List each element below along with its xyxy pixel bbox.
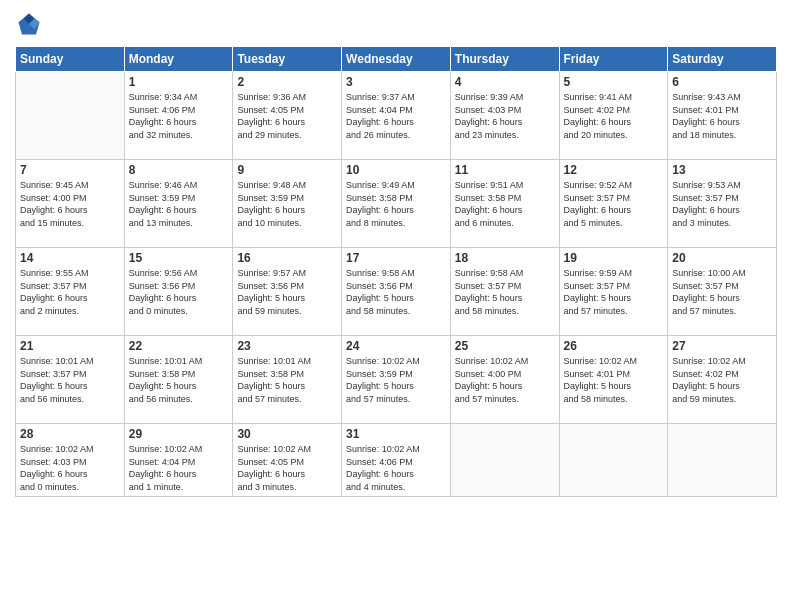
week-row-5: 28Sunrise: 10:02 AM Sunset: 4:03 PM Dayl… <box>16 424 777 497</box>
day-number: 14 <box>20 251 120 265</box>
day-info: Sunrise: 10:02 AM Sunset: 4:01 PM Daylig… <box>564 355 664 405</box>
calendar-cell: 14Sunrise: 9:55 AM Sunset: 3:57 PM Dayli… <box>16 248 125 336</box>
day-number: 19 <box>564 251 664 265</box>
day-number: 2 <box>237 75 337 89</box>
day-number: 30 <box>237 427 337 441</box>
calendar-cell: 24Sunrise: 10:02 AM Sunset: 3:59 PM Dayl… <box>342 336 451 424</box>
day-info: Sunrise: 9:57 AM Sunset: 3:56 PM Dayligh… <box>237 267 337 317</box>
day-info: Sunrise: 9:41 AM Sunset: 4:02 PM Dayligh… <box>564 91 664 141</box>
day-number: 7 <box>20 163 120 177</box>
day-info: Sunrise: 9:36 AM Sunset: 4:05 PM Dayligh… <box>237 91 337 141</box>
day-info: Sunrise: 9:52 AM Sunset: 3:57 PM Dayligh… <box>564 179 664 229</box>
weekday-header-row: SundayMondayTuesdayWednesdayThursdayFrid… <box>16 47 777 72</box>
day-info: Sunrise: 9:49 AM Sunset: 3:58 PM Dayligh… <box>346 179 446 229</box>
calendar-cell: 6Sunrise: 9:43 AM Sunset: 4:01 PM Daylig… <box>668 72 777 160</box>
day-info: Sunrise: 10:01 AM Sunset: 3:58 PM Daylig… <box>129 355 229 405</box>
day-info: Sunrise: 9:48 AM Sunset: 3:59 PM Dayligh… <box>237 179 337 229</box>
calendar-cell: 16Sunrise: 9:57 AM Sunset: 3:56 PM Dayli… <box>233 248 342 336</box>
day-info: Sunrise: 10:02 AM Sunset: 3:59 PM Daylig… <box>346 355 446 405</box>
day-number: 27 <box>672 339 772 353</box>
calendar-cell: 19Sunrise: 9:59 AM Sunset: 3:57 PM Dayli… <box>559 248 668 336</box>
day-info: Sunrise: 9:53 AM Sunset: 3:57 PM Dayligh… <box>672 179 772 229</box>
calendar-cell: 1Sunrise: 9:34 AM Sunset: 4:06 PM Daylig… <box>124 72 233 160</box>
day-info: Sunrise: 9:55 AM Sunset: 3:57 PM Dayligh… <box>20 267 120 317</box>
calendar-cell <box>668 424 777 497</box>
day-number: 31 <box>346 427 446 441</box>
logo-icon <box>15 10 43 38</box>
calendar-cell: 26Sunrise: 10:02 AM Sunset: 4:01 PM Dayl… <box>559 336 668 424</box>
page-container: SundayMondayTuesdayWednesdayThursdayFrid… <box>0 0 792 612</box>
calendar-cell: 17Sunrise: 9:58 AM Sunset: 3:56 PM Dayli… <box>342 248 451 336</box>
week-row-2: 7Sunrise: 9:45 AM Sunset: 4:00 PM Daylig… <box>16 160 777 248</box>
day-number: 5 <box>564 75 664 89</box>
calendar-cell: 20Sunrise: 10:00 AM Sunset: 3:57 PM Dayl… <box>668 248 777 336</box>
day-number: 23 <box>237 339 337 353</box>
calendar-cell: 8Sunrise: 9:46 AM Sunset: 3:59 PM Daylig… <box>124 160 233 248</box>
day-info: Sunrise: 9:34 AM Sunset: 4:06 PM Dayligh… <box>129 91 229 141</box>
calendar-cell <box>450 424 559 497</box>
calendar-cell: 29Sunrise: 10:02 AM Sunset: 4:04 PM Dayl… <box>124 424 233 497</box>
calendar-cell: 21Sunrise: 10:01 AM Sunset: 3:57 PM Dayl… <box>16 336 125 424</box>
calendar-cell: 30Sunrise: 10:02 AM Sunset: 4:05 PM Dayl… <box>233 424 342 497</box>
day-info: Sunrise: 10:02 AM Sunset: 4:04 PM Daylig… <box>129 443 229 493</box>
day-info: Sunrise: 9:59 AM Sunset: 3:57 PM Dayligh… <box>564 267 664 317</box>
weekday-header-thursday: Thursday <box>450 47 559 72</box>
day-number: 28 <box>20 427 120 441</box>
day-number: 18 <box>455 251 555 265</box>
day-number: 13 <box>672 163 772 177</box>
day-number: 29 <box>129 427 229 441</box>
calendar-cell: 27Sunrise: 10:02 AM Sunset: 4:02 PM Dayl… <box>668 336 777 424</box>
calendar-cell: 25Sunrise: 10:02 AM Sunset: 4:00 PM Dayl… <box>450 336 559 424</box>
day-number: 16 <box>237 251 337 265</box>
calendar-table: SundayMondayTuesdayWednesdayThursdayFrid… <box>15 46 777 497</box>
calendar-cell: 15Sunrise: 9:56 AM Sunset: 3:56 PM Dayli… <box>124 248 233 336</box>
calendar-cell: 4Sunrise: 9:39 AM Sunset: 4:03 PM Daylig… <box>450 72 559 160</box>
weekday-header-wednesday: Wednesday <box>342 47 451 72</box>
day-info: Sunrise: 10:02 AM Sunset: 4:03 PM Daylig… <box>20 443 120 493</box>
day-info: Sunrise: 9:39 AM Sunset: 4:03 PM Dayligh… <box>455 91 555 141</box>
calendar-cell: 28Sunrise: 10:02 AM Sunset: 4:03 PM Dayl… <box>16 424 125 497</box>
day-info: Sunrise: 9:37 AM Sunset: 4:04 PM Dayligh… <box>346 91 446 141</box>
calendar-cell: 3Sunrise: 9:37 AM Sunset: 4:04 PM Daylig… <box>342 72 451 160</box>
day-number: 25 <box>455 339 555 353</box>
week-row-3: 14Sunrise: 9:55 AM Sunset: 3:57 PM Dayli… <box>16 248 777 336</box>
calendar-cell: 10Sunrise: 9:49 AM Sunset: 3:58 PM Dayli… <box>342 160 451 248</box>
day-info: Sunrise: 10:02 AM Sunset: 4:02 PM Daylig… <box>672 355 772 405</box>
day-number: 24 <box>346 339 446 353</box>
weekday-header-saturday: Saturday <box>668 47 777 72</box>
day-number: 1 <box>129 75 229 89</box>
calendar-cell: 23Sunrise: 10:01 AM Sunset: 3:58 PM Dayl… <box>233 336 342 424</box>
calendar-cell <box>16 72 125 160</box>
calendar-cell: 13Sunrise: 9:53 AM Sunset: 3:57 PM Dayli… <box>668 160 777 248</box>
calendar-cell: 12Sunrise: 9:52 AM Sunset: 3:57 PM Dayli… <box>559 160 668 248</box>
weekday-header-tuesday: Tuesday <box>233 47 342 72</box>
calendar-cell: 7Sunrise: 9:45 AM Sunset: 4:00 PM Daylig… <box>16 160 125 248</box>
day-number: 3 <box>346 75 446 89</box>
day-number: 17 <box>346 251 446 265</box>
day-number: 10 <box>346 163 446 177</box>
calendar-cell: 31Sunrise: 10:02 AM Sunset: 4:06 PM Dayl… <box>342 424 451 497</box>
calendar-cell: 11Sunrise: 9:51 AM Sunset: 3:58 PM Dayli… <box>450 160 559 248</box>
day-info: Sunrise: 9:43 AM Sunset: 4:01 PM Dayligh… <box>672 91 772 141</box>
day-number: 11 <box>455 163 555 177</box>
day-info: Sunrise: 9:58 AM Sunset: 3:57 PM Dayligh… <box>455 267 555 317</box>
day-info: Sunrise: 10:01 AM Sunset: 3:57 PM Daylig… <box>20 355 120 405</box>
header <box>15 10 777 38</box>
day-info: Sunrise: 10:00 AM Sunset: 3:57 PM Daylig… <box>672 267 772 317</box>
day-number: 26 <box>564 339 664 353</box>
day-number: 15 <box>129 251 229 265</box>
day-number: 12 <box>564 163 664 177</box>
weekday-header-sunday: Sunday <box>16 47 125 72</box>
weekday-header-monday: Monday <box>124 47 233 72</box>
day-number: 22 <box>129 339 229 353</box>
day-number: 8 <box>129 163 229 177</box>
week-row-4: 21Sunrise: 10:01 AM Sunset: 3:57 PM Dayl… <box>16 336 777 424</box>
calendar-cell: 5Sunrise: 9:41 AM Sunset: 4:02 PM Daylig… <box>559 72 668 160</box>
day-info: Sunrise: 9:51 AM Sunset: 3:58 PM Dayligh… <box>455 179 555 229</box>
day-info: Sunrise: 10:02 AM Sunset: 4:05 PM Daylig… <box>237 443 337 493</box>
weekday-header-friday: Friday <box>559 47 668 72</box>
day-info: Sunrise: 9:56 AM Sunset: 3:56 PM Dayligh… <box>129 267 229 317</box>
day-number: 6 <box>672 75 772 89</box>
day-number: 4 <box>455 75 555 89</box>
calendar-cell: 18Sunrise: 9:58 AM Sunset: 3:57 PM Dayli… <box>450 248 559 336</box>
